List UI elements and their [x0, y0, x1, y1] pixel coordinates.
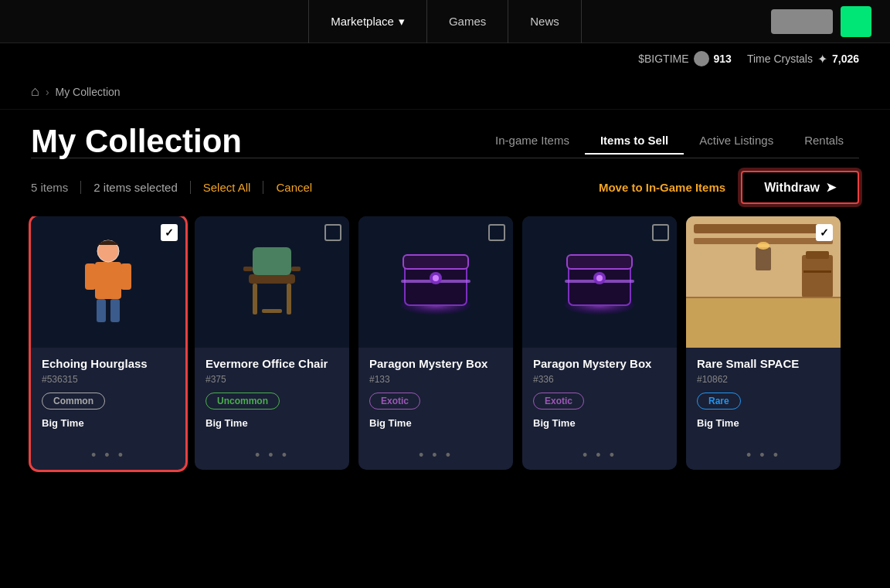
rarity-badge-4: Exotic [533, 393, 584, 410]
card-menu-3[interactable]: • • • [358, 447, 513, 470]
svg-rect-17 [403, 255, 468, 269]
tab-rentals-label: Rentals [804, 134, 844, 147]
card-image-2 [195, 216, 349, 348]
card-body-5: Rare Small SPACE #10862 Rare Big Time [686, 348, 841, 447]
svg-rect-5 [110, 299, 120, 322]
bigtime-icon [694, 51, 709, 66]
cancel-button[interactable]: Cancel [263, 181, 324, 194]
currency-bar: $BIGTIME 913 Time Crystals ✦ 7,026 [0, 43, 890, 74]
card-paragon-box-133: Paragon Mystery Box #133 Exotic Big Time… [358, 216, 513, 470]
rarity-badge-1: Common [42, 393, 105, 410]
action-right: Move to In-Game Items Withdraw ➤ [599, 171, 859, 204]
rarity-badge-3: Exotic [369, 393, 420, 410]
svg-rect-12 [243, 267, 253, 271]
tab-ingame-items[interactable]: In-game Items [480, 127, 585, 155]
card-image-3 [358, 216, 513, 348]
bigtime-currency: $BIGTIME 913 [638, 51, 732, 66]
send-icon: ➤ [826, 180, 836, 195]
card-name-1: Echoing Hourglass [42, 357, 175, 371]
card-menu-1[interactable]: • • • [31, 447, 185, 470]
svg-rect-7 [249, 274, 295, 284]
card-name-5: Rare Small SPACE [697, 357, 830, 371]
card-game-5: Big Time [697, 417, 830, 429]
crystals-name: Time Crystals [747, 53, 813, 65]
nav-news[interactable]: News [508, 0, 582, 43]
tab-rentals[interactable]: Rentals [789, 127, 859, 155]
item-svg-box1 [389, 236, 482, 328]
move-to-ingame-button[interactable]: Move to In-Game Items [599, 181, 725, 194]
card-paragon-box-336: Paragon Mystery Box #336 Exotic Big Time… [522, 216, 677, 470]
page-title: My Collection [31, 125, 242, 158]
card-body-3: Paragon Mystery Box #133 Exotic Big Time [358, 348, 513, 447]
card-id-4: #336 [533, 374, 666, 385]
svg-rect-34 [802, 255, 833, 297]
card-image-4 [522, 216, 677, 348]
card-name-2: Evermore Office Chair [206, 357, 338, 371]
tab-items-to-sell[interactable]: Items to Sell [585, 127, 684, 155]
card-name-3: Paragon Mystery Box [369, 357, 502, 371]
marketplace-label: Marketplace [331, 15, 394, 28]
tab-active-listings[interactable]: Active Listings [684, 127, 789, 155]
card-game-3: Big Time [369, 417, 502, 429]
card-image-5 [686, 216, 841, 348]
card-game-1: Big Time [42, 417, 175, 429]
items-count: 5 items [31, 181, 81, 194]
tab-listings-label: Active Listings [699, 134, 773, 147]
svg-rect-35 [806, 251, 829, 259]
svg-point-21 [433, 275, 439, 281]
card-checkbox-5[interactable] [816, 224, 833, 241]
nav-marketplace[interactable]: Marketplace ▾ [308, 0, 427, 43]
home-icon[interactable]: ⌂ [31, 83, 39, 100]
svg-rect-10 [287, 284, 291, 314]
card-id-3: #133 [369, 374, 502, 385]
svg-rect-37 [756, 247, 771, 270]
rarity-badge-5: Rare [697, 393, 741, 410]
page-header: My Collection In-game Items Items to Sel… [0, 110, 890, 158]
breadcrumb: ⌂ › My Collection [0, 74, 890, 110]
tab-sell-label: Items to Sell [600, 134, 668, 147]
card-image-1 [31, 216, 185, 348]
card-menu-5[interactable]: • • • [686, 447, 841, 470]
svg-rect-1 [95, 262, 121, 299]
svg-point-38 [757, 242, 769, 250]
tabs: In-game Items Items to Sell Active Listi… [480, 127, 859, 158]
svg-rect-25 [567, 255, 632, 269]
user-avatar[interactable] [771, 9, 833, 34]
card-rare-space: Rare Small SPACE #10862 Rare Big Time • … [686, 216, 841, 470]
nav-games[interactable]: Games [427, 0, 508, 43]
action-green-button[interactable] [841, 6, 871, 37]
svg-rect-2 [85, 263, 96, 290]
withdraw-button[interactable]: Withdraw ➤ [741, 171, 859, 204]
card-game-4: Big Time [533, 417, 666, 429]
select-all-button[interactable]: Select All [191, 181, 264, 194]
svg-rect-30 [686, 294, 841, 348]
card-checkbox-2[interactable] [324, 224, 341, 241]
tab-ingame-label: In-game Items [495, 134, 569, 147]
svg-rect-36 [803, 270, 831, 273]
news-label: News [530, 15, 559, 28]
crystals-icon: ✦ [817, 52, 827, 66]
item-svg-character [66, 228, 151, 336]
card-checkbox-1[interactable] [161, 224, 178, 241]
svg-rect-9 [253, 284, 257, 314]
card-checkbox-4[interactable] [652, 224, 669, 241]
rarity-badge-2: Uncommon [206, 393, 280, 410]
card-menu-4[interactable]: • • • [522, 447, 677, 470]
card-echoing-hourglass: Echoing Hourglass #536315 Common Big Tim… [31, 216, 185, 470]
card-name-4: Paragon Mystery Box [533, 357, 666, 371]
bigtime-value: 913 [714, 53, 732, 65]
svg-point-29 [596, 275, 603, 281]
action-bar: 5 items 2 items selected Select All Canc… [0, 158, 890, 216]
card-id-2: #375 [206, 374, 338, 385]
card-game-2: Big Time [206, 417, 338, 429]
card-checkbox-3[interactable] [488, 224, 505, 241]
breadcrumb-current: My Collection [56, 86, 121, 98]
card-id-1: #536315 [42, 374, 175, 385]
nav-right [771, 6, 871, 37]
bigtime-name: $BIGTIME [638, 53, 688, 65]
card-id-5: #10862 [697, 374, 830, 385]
item-svg-box2 [553, 236, 646, 328]
cards-grid: Echoing Hourglass #536315 Common Big Tim… [0, 216, 890, 485]
card-body-1: Echoing Hourglass #536315 Common Big Tim… [31, 348, 185, 447]
card-menu-2[interactable]: • • • [195, 447, 349, 470]
